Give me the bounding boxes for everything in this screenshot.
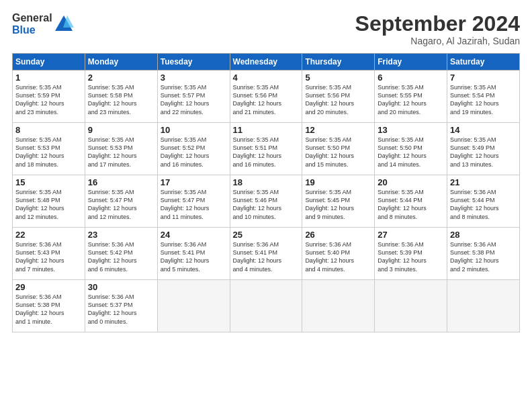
cell-text: Daylight: 12 hours <box>233 99 300 107</box>
cell-text: Sunrise: 5:36 AM <box>378 240 444 248</box>
cell-text: Sunrise: 5:36 AM <box>15 240 82 248</box>
cell-text: Sunrise: 5:35 AM <box>305 83 371 91</box>
cell-text: and 3 minutes. <box>378 265 444 273</box>
week-row-0: 1Sunrise: 5:35 AMSunset: 5:59 PMDaylight… <box>13 71 520 123</box>
table-row <box>447 280 520 332</box>
day-number: 24 <box>161 230 227 240</box>
logo-general: General <box>12 12 52 24</box>
table-row: 19Sunrise: 5:35 AMSunset: 5:45 PMDayligh… <box>302 175 375 228</box>
day-number: 7 <box>450 73 517 83</box>
cell-text: Sunrise: 5:35 AM <box>450 83 517 91</box>
cell-text: Daylight: 12 hours <box>161 257 227 265</box>
cell-text: Sunrise: 5:35 AM <box>378 188 444 196</box>
cell-text: and 14 minutes. <box>378 161 444 169</box>
cell-text: Daylight: 12 hours <box>88 204 154 212</box>
cell-text: Sunset: 5:53 PM <box>15 144 82 152</box>
cell-text: Sunset: 5:52 PM <box>161 144 227 152</box>
cell-text: and 4 minutes. <box>233 265 300 273</box>
table-row: 20Sunrise: 5:35 AMSunset: 5:44 PMDayligh… <box>375 175 447 228</box>
table-row: 16Sunrise: 5:35 AMSunset: 5:47 PMDayligh… <box>85 175 157 228</box>
week-row-3: 22Sunrise: 5:36 AMSunset: 5:43 PMDayligh… <box>13 228 520 280</box>
cell-text: and 4 minutes. <box>305 265 371 273</box>
table-row: 29Sunrise: 5:36 AMSunset: 5:38 PMDayligh… <box>13 280 85 332</box>
table-row: 5Sunrise: 5:35 AMSunset: 5:56 PMDaylight… <box>302 71 375 123</box>
cell-text: Sunrise: 5:35 AM <box>233 136 300 144</box>
cell-text: Sunset: 5:42 PM <box>88 248 154 257</box>
cell-text: Daylight: 12 hours <box>88 257 154 265</box>
day-number: 11 <box>233 125 300 135</box>
cell-text: Sunrise: 5:36 AM <box>15 293 82 301</box>
day-number: 3 <box>161 73 227 83</box>
table-row: 6Sunrise: 5:35 AMSunset: 5:55 PMDaylight… <box>375 71 447 123</box>
col-thursday: Thursday <box>302 54 375 71</box>
cell-text: Sunrise: 5:35 AM <box>305 136 371 144</box>
cell-text: Daylight: 12 hours <box>88 309 154 317</box>
table-row: 22Sunrise: 5:36 AMSunset: 5:43 PMDayligh… <box>13 228 85 280</box>
table-row: 24Sunrise: 5:36 AMSunset: 5:41 PMDayligh… <box>157 228 230 280</box>
cell-text: and 1 minute. <box>15 318 82 326</box>
logo-blue: Blue <box>12 24 52 36</box>
cell-text: Daylight: 12 hours <box>450 99 517 107</box>
cell-text: Daylight: 12 hours <box>161 152 227 160</box>
cell-text: Sunrise: 5:35 AM <box>88 136 154 144</box>
cell-text: Sunrise: 5:36 AM <box>88 293 154 301</box>
cell-text: Sunrise: 5:35 AM <box>305 188 371 196</box>
day-number: 15 <box>15 177 82 187</box>
cell-text: Sunset: 5:45 PM <box>305 196 371 204</box>
cell-text: and 23 minutes. <box>88 108 154 116</box>
day-number: 27 <box>378 230 444 240</box>
cell-text: and 0 minutes. <box>88 318 154 326</box>
cell-text: and 17 minutes. <box>88 161 154 169</box>
cell-text: and 11 minutes. <box>161 213 227 221</box>
table-row: 27Sunrise: 5:36 AMSunset: 5:39 PMDayligh… <box>375 228 447 280</box>
day-number: 23 <box>88 230 154 240</box>
cell-text: Daylight: 12 hours <box>15 152 82 160</box>
cell-text: Sunrise: 5:35 AM <box>378 83 444 91</box>
cell-text: Sunset: 5:58 PM <box>88 91 154 99</box>
cell-text: Sunset: 5:44 PM <box>378 196 444 204</box>
table-row: 7Sunrise: 5:35 AMSunset: 5:54 PMDaylight… <box>447 71 520 123</box>
day-number: 9 <box>88 125 154 135</box>
cell-text: Sunset: 5:50 PM <box>378 144 444 152</box>
cell-text: Daylight: 12 hours <box>305 152 371 160</box>
logo: General Blue <box>12 12 74 36</box>
cell-text: Daylight: 12 hours <box>15 204 82 212</box>
week-row-4: 29Sunrise: 5:36 AMSunset: 5:38 PMDayligh… <box>13 280 520 332</box>
cell-text: Daylight: 12 hours <box>378 152 444 160</box>
cell-text: Daylight: 12 hours <box>15 257 82 265</box>
cell-text: Daylight: 12 hours <box>378 99 444 107</box>
cell-text: Daylight: 12 hours <box>450 257 517 265</box>
cell-text: and 19 minutes. <box>450 108 517 116</box>
table-row <box>302 280 375 332</box>
calendar-page: General Blue September 2024 Nagaro, Al J… <box>0 0 532 411</box>
cell-text: Daylight: 12 hours <box>450 152 517 160</box>
cell-text: Daylight: 12 hours <box>233 152 300 160</box>
cell-text: Sunset: 5:48 PM <box>15 196 82 204</box>
cell-text: Daylight: 12 hours <box>233 257 300 265</box>
day-number: 10 <box>161 125 227 135</box>
table-row: 2Sunrise: 5:35 AMSunset: 5:58 PMDaylight… <box>85 71 157 123</box>
col-sunday: Sunday <box>13 54 85 71</box>
cell-text: Sunset: 5:51 PM <box>233 144 300 152</box>
day-number: 1 <box>15 73 82 83</box>
cell-text: and 16 minutes. <box>161 161 227 169</box>
day-number: 16 <box>88 177 154 187</box>
cell-text: Daylight: 12 hours <box>378 257 444 265</box>
table-row: 21Sunrise: 5:36 AMSunset: 5:44 PMDayligh… <box>447 175 520 228</box>
day-number: 8 <box>15 125 82 135</box>
month-title: September 2024 <box>355 12 520 36</box>
day-number: 29 <box>15 282 82 292</box>
week-row-1: 8Sunrise: 5:35 AMSunset: 5:53 PMDaylight… <box>13 123 520 175</box>
header-row: Sunday Monday Tuesday Wednesday Thursday… <box>13 54 520 71</box>
cell-text: and 8 minutes. <box>378 213 444 221</box>
col-wednesday: Wednesday <box>230 54 302 71</box>
cell-text: Sunset: 5:38 PM <box>450 248 517 257</box>
cell-text: Sunset: 5:54 PM <box>450 91 517 99</box>
cell-text: Sunrise: 5:36 AM <box>450 188 517 196</box>
cell-text: and 22 minutes. <box>161 108 227 116</box>
cell-text: and 2 minutes. <box>450 265 517 273</box>
table-row: 28Sunrise: 5:36 AMSunset: 5:38 PMDayligh… <box>447 228 520 280</box>
cell-text: Daylight: 12 hours <box>88 99 154 107</box>
table-row: 8Sunrise: 5:35 AMSunset: 5:53 PMDaylight… <box>13 123 85 175</box>
cell-text: Sunrise: 5:35 AM <box>450 136 517 144</box>
